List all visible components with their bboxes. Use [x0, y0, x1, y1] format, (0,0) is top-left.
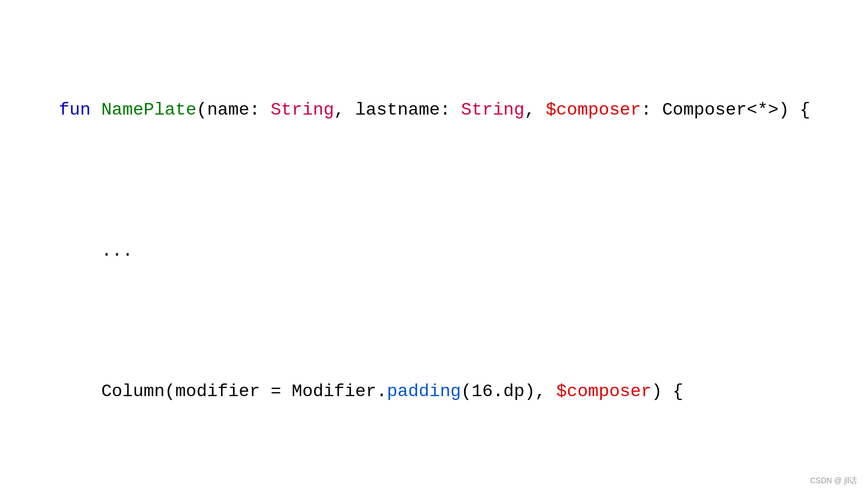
comma-lastname: , lastname: — [334, 100, 461, 120]
comma-composer: , — [525, 100, 546, 120]
code-line-2: ... — [17, 208, 851, 293]
param-composer-1: $composer — [546, 100, 641, 120]
code-line-3: Column(modifier = Modifier.padding(16.dp… — [17, 349, 851, 434]
code-container: fun NamePlate(name: String, lastname: St… — [17, 11, 851, 492]
method-padding: padding — [387, 381, 461, 402]
code-line-1: fun NamePlate(name: String, lastname: St… — [17, 67, 851, 152]
paren-open: (name: — [196, 100, 270, 120]
type-string-1: String — [271, 100, 334, 120]
watermark-label: CSDN @ jll话 — [810, 474, 857, 486]
type-string-2: String — [461, 100, 525, 120]
param-composer-2: $composer — [556, 381, 651, 402]
keyword-fun: fun — [59, 100, 101, 120]
function-name: NamePlate — [101, 100, 197, 120]
composer-type: : Composer<*>) { — [641, 100, 810, 120]
